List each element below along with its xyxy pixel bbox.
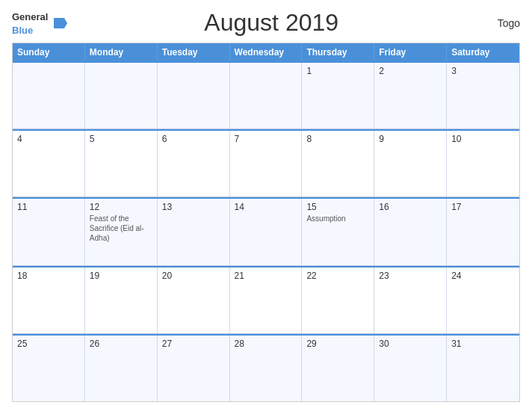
country-label: Togo [475,17,520,29]
header: General Blue August 2019 Togo [12,9,520,37]
logo: General Blue [12,10,67,37]
cell-date-number: 7 [235,134,297,144]
cal-cell: 3 [447,63,519,129]
cal-cell [158,63,230,129]
cal-cell: 24 [447,268,519,333]
logo-general-text: General [12,11,48,22]
week-row-2: 45678910 [13,129,519,197]
day-header-saturday: Saturday [447,43,519,61]
week-row-3: 1112Feast of the Sacrifice (Eid al-Adha)… [13,197,519,265]
cal-cell: 5 [85,131,158,197]
cal-cell: 23 [374,268,447,333]
cell-date-number: 17 [451,202,515,212]
cell-date-number: 2 [379,66,442,76]
cal-cell: 7 [230,131,303,197]
cell-date-number: 24 [451,271,515,281]
cell-date-number: 1 [306,66,369,76]
cell-date-number: 31 [451,339,515,349]
cal-cell [230,63,303,129]
cal-cell: 20 [158,268,230,333]
cell-date-number: 20 [162,271,225,281]
cal-cell: 8 [302,131,374,197]
cell-date-number: 23 [379,271,442,281]
cal-cell: 9 [374,131,447,197]
cal-cell: 1 [302,63,374,129]
cell-date-number: 19 [90,271,152,281]
cell-date-number: 5 [90,134,152,144]
cell-date-number: 18 [17,271,80,281]
cell-date-number: 27 [162,339,225,349]
cal-cell: 30 [374,336,447,401]
cell-date-number: 15 [306,202,369,212]
day-header-wednesday: Wednesday [230,43,303,61]
calendar-grid: SundayMondayTuesdayWednesdayThursdayFrid… [12,43,520,402]
cell-date-number: 22 [306,271,369,281]
cell-date-number: 30 [379,339,442,349]
calendar-page: General Blue August 2019 Togo SundayMond… [0,0,532,411]
cal-cell: 6 [158,131,230,197]
cell-date-number: 8 [306,134,369,144]
calendar-body: 123456789101112Feast of the Sacrifice (E… [13,61,519,401]
cal-cell: 10 [447,131,519,197]
day-header-tuesday: Tuesday [158,43,230,61]
cal-cell: 17 [447,199,519,265]
cell-date-number: 29 [306,339,369,349]
cal-cell: 27 [158,336,230,401]
cell-date-number: 28 [235,339,297,349]
cell-date-number: 13 [162,202,225,212]
day-header-friday: Friday [374,43,447,61]
day-header-sunday: Sunday [13,43,85,61]
cell-date-number: 9 [379,134,442,144]
cal-cell: 31 [447,336,519,401]
cell-date-number: 25 [17,339,80,349]
cell-date-number: 14 [235,202,297,212]
day-header-monday: Monday [85,43,158,61]
cal-cell: 18 [13,268,85,333]
cal-cell [13,63,85,129]
cal-cell: 28 [230,336,303,401]
logo-flag-icon [51,15,67,31]
cell-date-number: 16 [379,202,442,212]
cell-date-number: 21 [235,271,297,281]
cal-cell [85,63,158,129]
cal-cell: 4 [13,131,85,197]
week-row-4: 18192021222324 [13,266,519,334]
cal-cell: 14 [230,199,303,265]
cal-cell: 25 [13,336,85,401]
cal-cell: 19 [85,268,158,333]
cal-cell: 2 [374,63,447,129]
cell-date-number: 3 [451,66,515,76]
cell-date-number: 26 [90,339,152,349]
cell-date-number: 4 [17,134,80,144]
cell-event-label: Feast of the Sacrifice (Eid al-Adha) [90,214,152,243]
day-header-thursday: Thursday [302,43,374,61]
week-row-1: 123 [13,61,519,129]
cal-cell: 15Assumption [302,199,374,265]
cell-event-label: Assumption [306,214,369,223]
cal-cell: 29 [302,336,374,401]
month-title: August 2019 [67,9,475,37]
cal-cell: 12Feast of the Sacrifice (Eid al-Adha) [85,199,158,265]
logo-blue-text: Blue [12,25,33,36]
cal-cell: 22 [302,268,374,333]
cal-cell: 21 [230,268,303,333]
cal-cell: 11 [13,199,85,265]
cell-date-number: 11 [17,202,80,212]
cell-date-number: 6 [162,134,225,144]
cell-date-number: 10 [451,134,515,144]
cell-date-number: 12 [90,202,152,212]
cal-cell: 16 [374,199,447,265]
cal-cell: 13 [158,199,230,265]
day-headers-row: SundayMondayTuesdayWednesdayThursdayFrid… [13,43,519,61]
week-row-5: 25262728293031 [13,334,519,401]
cal-cell: 26 [85,336,158,401]
